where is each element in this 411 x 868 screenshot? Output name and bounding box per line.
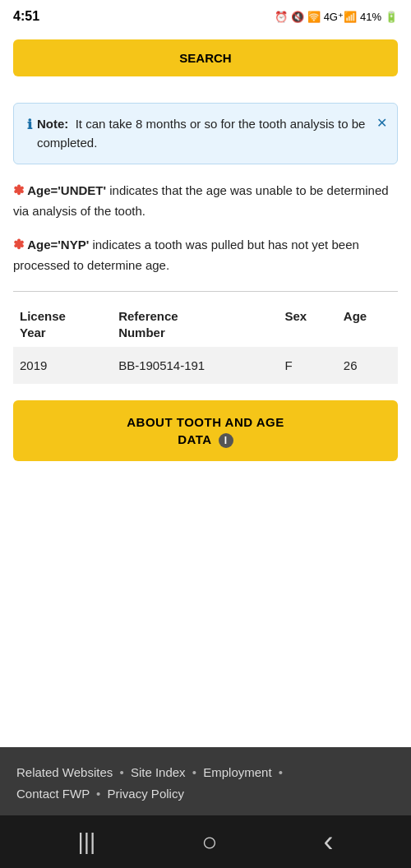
alarm-icon: ⏰ <box>275 11 288 23</box>
back-icon[interactable]: ‹ <box>324 824 334 859</box>
footer-link-site-index[interactable]: Site Index <box>131 765 186 779</box>
note-content: Note: It can take 8 months or so for the… <box>37 115 384 152</box>
footer: Related Websites • Site Index • Employme… <box>0 747 411 815</box>
about-info-icon: i <box>219 433 233 448</box>
about-button-label: ABOUT TOOTH AND AGEDATA <box>127 415 284 446</box>
col-sex: Sex <box>279 303 337 347</box>
footer-link-privacy-policy[interactable]: Privacy Policy <box>108 787 184 801</box>
cell-reference-number: BB-190514-191 <box>112 347 278 384</box>
col-license-year: LicenseYear <box>13 303 112 347</box>
asterisk-icon-2: ✽ <box>13 238 24 252</box>
status-bar: 4:51 ⏰ 🔇 🛜 4G⁺📶 41%🔋 <box>0 0 411 30</box>
footer-links-line2: Contact FWP • Privacy Policy <box>16 783 395 805</box>
menu-icon[interactable]: ||| <box>77 829 95 855</box>
status-icons: ⏰ 🔇 🛜 4G⁺📶 41%🔋 <box>275 11 398 23</box>
info-para-nyp: ✽ Age='NYP' indicates a tooth was pulled… <box>13 235 398 275</box>
wifi-icon: 🛜 <box>307 11 321 23</box>
note-box: ✕ ℹ Note: It can take 8 months or so for… <box>13 103 398 164</box>
table-section: LicenseYear ReferenceNumber Sex Age 2019… <box>13 291 398 384</box>
top-search-button[interactable]: SEARCH <box>13 39 398 76</box>
home-icon[interactable]: ○ <box>201 827 217 857</box>
table-body: 2019 BB-190514-191 F 26 <box>13 347 398 384</box>
battery-label: 41% <box>360 11 381 23</box>
asterisk-icon-1: ✽ <box>13 183 24 197</box>
col-reference-number: ReferenceNumber <box>112 303 278 347</box>
note-label: Note: <box>37 117 68 131</box>
footer-links-line1: Related Websites • Site Index • Employme… <box>16 762 395 783</box>
mute-icon: 🔇 <box>291 11 304 23</box>
note-close-button[interactable]: ✕ <box>376 113 387 133</box>
about-tooth-button[interactable]: ABOUT TOOTH AND AGEDATA i <box>13 400 398 461</box>
info-para-undet: ✽ Age='UNDET' indicates that the age was… <box>13 181 398 220</box>
footer-link-employment[interactable]: Employment <box>203 765 271 779</box>
data-table: LicenseYear ReferenceNumber Sex Age 2019… <box>13 303 398 384</box>
table-row: 2019 BB-190514-191 F 26 <box>13 347 398 384</box>
nav-bar: ||| ○ ‹ <box>0 815 411 868</box>
main-content: SEARCH ✕ ℹ Note: It can take 8 months or… <box>0 30 411 747</box>
term-undet: Age='UNDET' <box>27 183 106 197</box>
info-section: ✽ Age='UNDET' indicates that the age was… <box>13 181 398 275</box>
cell-sex: F <box>279 347 337 384</box>
signal-icon: 4G⁺📶 <box>324 11 357 23</box>
footer-link-contact-fwp[interactable]: Contact FWP <box>16 787 90 801</box>
status-time: 4:51 <box>13 9 39 24</box>
col-age: Age <box>337 303 398 347</box>
table-header: LicenseYear ReferenceNumber Sex Age <box>13 303 398 347</box>
term-nyp: Age='NYP' <box>27 238 89 252</box>
info-icon: ℹ <box>27 115 32 135</box>
cell-license-year: 2019 <box>13 347 112 384</box>
footer-link-related-websites[interactable]: Related Websites <box>16 765 113 779</box>
cell-age: 26 <box>337 347 398 384</box>
